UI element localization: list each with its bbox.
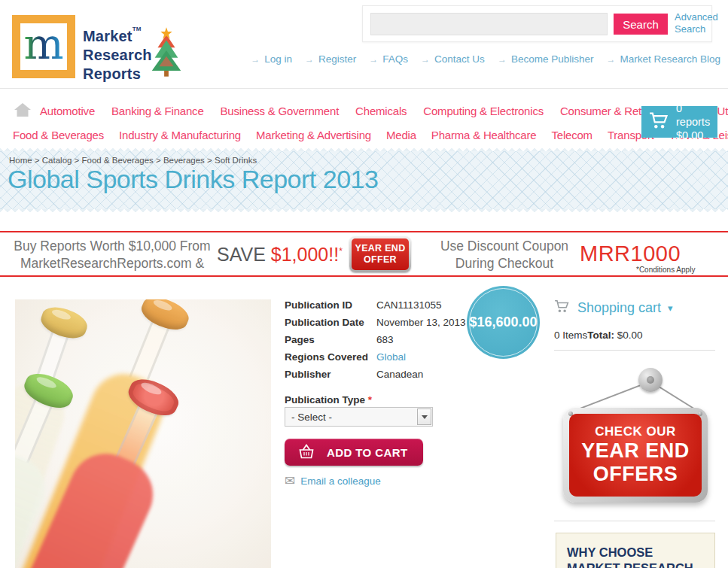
header-cart-box[interactable]: 0 reports $0.00	[641, 106, 717, 138]
category-business-government[interactable]: Business & Government	[221, 105, 340, 117]
why-choose-box: WHY CHOOSE MARKET RESEARCH	[556, 533, 715, 568]
select-dropdown-button[interactable]	[417, 409, 431, 425]
price-badge: $16,600.00	[467, 286, 540, 359]
breadcrumb[interactable]: Home > Catalog > Food & Beverages > Beve…	[9, 156, 257, 165]
category-nav-row1: Automotive Banking & Finance Business & …	[40, 105, 728, 117]
nav-arrow-icon: →	[498, 54, 507, 65]
category-media[interactable]: Media	[386, 129, 416, 141]
advanced-search-link[interactable]: Advanced Search	[675, 11, 718, 35]
svg-text:m: m	[23, 23, 63, 67]
chevron-down-icon: ▾	[668, 302, 673, 314]
logo[interactable]: m	[12, 15, 75, 78]
cart-report-count: 0 reports	[676, 102, 710, 129]
logo-wordmark: MarketTM Research Reports	[83, 20, 152, 84]
sign-board: CHECK OUR YEAR END OFFERS	[563, 408, 708, 503]
sidebar-divider	[554, 521, 715, 521]
category-banking-finance[interactable]: Banking & Finance	[111, 105, 204, 117]
product-image-soda-bottles	[15, 299, 271, 568]
category-chemicals[interactable]: Chemicals	[355, 105, 407, 117]
year-end-offer-badge: YEAR END OFFER	[349, 236, 411, 272]
year-end-offers-sign[interactable]: CHECK OUR YEAR END OFFERS	[556, 363, 715, 508]
field-publication-date: Publication Date November 13, 2013	[285, 317, 480, 334]
promo-coupon-code: MRR1000	[580, 241, 681, 266]
promo-buy-text: Buy Reports Worth $10,000 From MarketRes…	[14, 238, 211, 272]
publication-type-select[interactable]: - Select -	[285, 407, 433, 427]
nav-register[interactable]: → Register	[305, 53, 356, 65]
nav-faqs[interactable]: → FAQs	[369, 53, 408, 65]
email-colleague-link[interactable]: ✉ Email a colleague	[285, 473, 381, 489]
field-regions-covered: Regions Covered Global	[285, 351, 480, 369]
nav-arrow-icon: →	[251, 54, 260, 65]
nav-arrow-icon: →	[421, 54, 430, 65]
home-icon[interactable]	[14, 102, 32, 120]
regions-covered-link[interactable]: Global	[376, 351, 406, 369]
nav-login[interactable]: → Log in	[251, 53, 292, 65]
promo-coupon-text: Use Discount Coupon During Checkout	[431, 238, 578, 272]
search-input[interactable]	[370, 13, 608, 35]
field-publication-id: Publication ID CAN11131055	[285, 299, 480, 317]
promo-banner[interactable]: Buy Reports Worth $10,000 From MarketRes…	[0, 231, 728, 277]
category-marketing-advertising[interactable]: Marketing & Advertising	[256, 129, 371, 141]
nav-arrow-icon: →	[305, 54, 314, 65]
sidebar-divider	[554, 350, 715, 351]
category-automotive[interactable]: Automotive	[40, 105, 95, 117]
category-industry-manufacturing[interactable]: Industry & Manufacturing	[119, 129, 241, 141]
field-publisher: Publisher Canadean	[285, 369, 480, 386]
chevron-down-icon	[422, 415, 428, 419]
category-telecom[interactable]: Telecom	[551, 129, 592, 141]
sidebar-shopping-cart-header[interactable]: Shopping cart ▾	[554, 299, 673, 316]
nav-arrow-icon: →	[369, 54, 378, 65]
sign-pin-icon	[638, 368, 663, 392]
product-details: Publication ID CAN11131055 Publication D…	[285, 299, 480, 386]
search-panel: Search Advanced Search	[362, 5, 712, 42]
nav-arrow-icon: →	[606, 54, 615, 65]
category-food-beverages[interactable]: Food & Beverages	[13, 129, 104, 141]
logo-monogram-icon: m	[22, 23, 65, 70]
field-pages: Pages 683	[285, 334, 480, 351]
category-nav-row2: Food & Beverages Industry & Manufacturin…	[13, 129, 728, 141]
envelope-icon: ✉	[285, 473, 295, 489]
publication-type-label: Publication Type *	[285, 394, 372, 405]
category-consumer-retail[interactable]: Consumer & Retail	[560, 105, 652, 117]
christmas-tree-icon	[148, 27, 185, 80]
nav-contact-us[interactable]: → Contact Us	[421, 53, 485, 65]
sidebar-cart-summary: 0 ItemsTotal: $0.00	[554, 330, 643, 341]
category-computing-electronics[interactable]: Computing & Electronics	[423, 105, 544, 117]
add-to-cart-button[interactable]: ADD TO CART	[285, 439, 423, 466]
zigzag-top	[0, 146, 728, 151]
page-title: Global Sports Drinks Report 2013	[8, 165, 378, 194]
basket-icon	[298, 444, 315, 461]
page: m MarketTM Research Reports Search Advan…	[0, 0, 728, 568]
top-nav: → Log in → Register → FAQs → Contact Us …	[251, 53, 720, 65]
promo-save-text: SAVE $1,000!!*	[217, 244, 343, 266]
promo-conditions: *Conditions Apply	[636, 266, 695, 274]
category-pharma-healthcare[interactable]: Pharma & Healthcare	[431, 129, 537, 141]
shopping-cart-icon	[554, 299, 571, 316]
zigzag-bottom	[0, 209, 728, 214]
nav-become-publisher[interactable]: → Become Publisher	[498, 53, 594, 65]
shopping-cart-icon	[649, 111, 670, 132]
nav-market-research-blog[interactable]: → Market Research Blog	[606, 53, 720, 65]
header-divider	[0, 88, 728, 89]
cart-total: $0.00	[676, 129, 710, 142]
search-button[interactable]: Search	[614, 14, 668, 35]
